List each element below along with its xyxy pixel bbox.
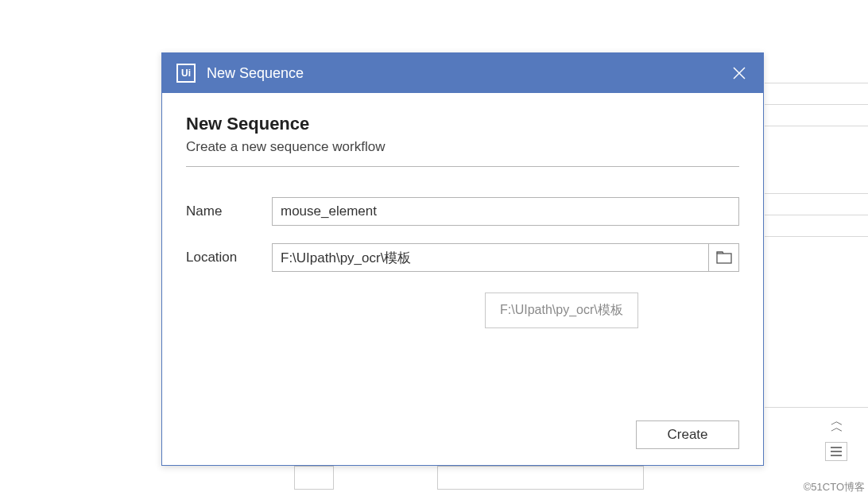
dialog-body: New Sequence Create a new sequence workf…: [162, 93, 763, 465]
dialog-heading: New Sequence: [186, 114, 739, 134]
location-tooltip: F:\UIpath\py_ocr\模板: [485, 293, 638, 328]
close-button[interactable]: [723, 57, 755, 89]
divider: [186, 166, 739, 167]
uipath-logo-icon: Ui: [176, 64, 196, 83]
new-sequence-dialog: Ui New Sequence New Sequence Create a ne…: [161, 52, 764, 466]
name-row: Name: [186, 197, 739, 226]
side-controls: ︿︿: [825, 418, 847, 461]
location-label: Location: [186, 250, 272, 265]
close-icon: [732, 66, 746, 80]
name-input[interactable]: [272, 197, 739, 226]
background-panel-lines: [765, 0, 868, 496]
collapse-up-icon[interactable]: ︿︿: [831, 418, 842, 431]
dialog-footer: Create: [186, 414, 739, 449]
watermark-text: ©51CTO博客: [804, 480, 865, 494]
dialog-titlebar: Ui New Sequence: [162, 53, 763, 93]
create-button[interactable]: Create: [636, 420, 739, 449]
location-row: Location: [186, 243, 739, 272]
background-fragment: [294, 466, 334, 490]
name-label: Name: [186, 203, 272, 219]
menu-button[interactable]: [825, 442, 847, 461]
dialog-title: New Sequence: [207, 65, 723, 82]
browse-button[interactable]: [709, 243, 739, 272]
background-fragment: [437, 466, 644, 490]
location-input[interactable]: [272, 243, 709, 272]
dialog-subheading: Create a new sequence workflow: [186, 139, 739, 155]
svg-rect-2: [717, 254, 731, 263]
folder-icon: [716, 251, 732, 264]
